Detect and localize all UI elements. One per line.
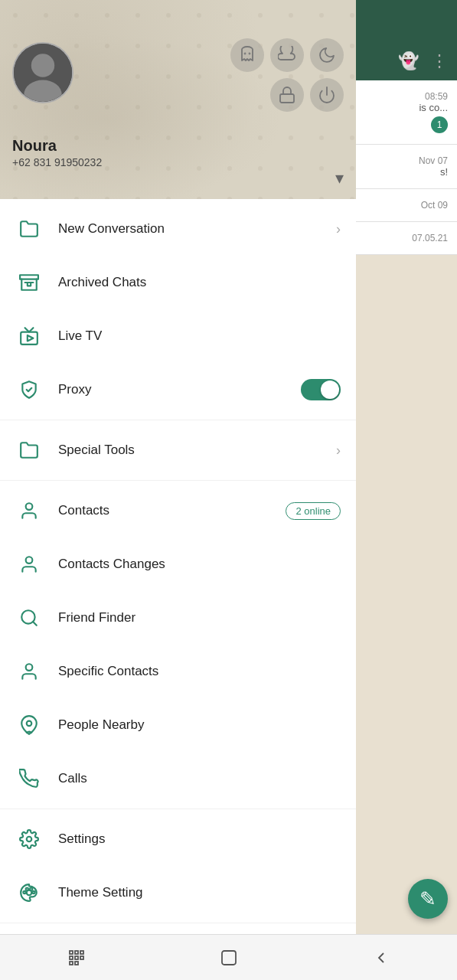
svg-point-3 xyxy=(31,54,54,77)
svg-point-9 xyxy=(26,503,33,510)
lock-button[interactable] xyxy=(270,78,304,112)
ghost-button[interactable] xyxy=(230,38,264,72)
chat-msg-1: is co... xyxy=(419,102,448,113)
home-icon xyxy=(220,949,238,967)
chat-item-1[interactable]: 08:59 is co... 1 xyxy=(356,80,457,145)
ghost-icon xyxy=(238,46,256,64)
sidebar-item-specific-contacts[interactable]: Specific Contacts xyxy=(0,645,356,698)
moon-button[interactable] xyxy=(310,38,344,72)
svg-rect-24 xyxy=(70,956,73,959)
sidebar-item-contacts-changes[interactable]: Contacts Changes xyxy=(0,537,356,591)
toggle-knob xyxy=(321,381,339,399)
user-phone: +62 831 91950232 xyxy=(12,156,102,168)
svg-point-14 xyxy=(27,721,32,727)
cloud-button[interactable] xyxy=(270,38,304,72)
chat-time-1: 08:59 xyxy=(419,91,448,102)
svg-rect-0 xyxy=(280,94,294,103)
new-conversation-label: New Conversation xyxy=(58,221,336,237)
svg-point-18 xyxy=(26,888,28,890)
avatar-image xyxy=(14,44,72,102)
user-info: Noura +62 831 91950232 xyxy=(12,137,102,168)
navigation-bar xyxy=(0,934,457,980)
svg-rect-5 xyxy=(20,275,38,279)
moon-icon xyxy=(318,46,336,64)
back-button[interactable] xyxy=(362,939,400,977)
avatar xyxy=(12,42,73,103)
sidebar-item-settings[interactable]: Settings xyxy=(0,812,356,866)
lock-icon xyxy=(278,86,296,104)
people-nearby-icon xyxy=(15,715,43,735)
sidebar-item-contacts[interactable]: Contacts 2 online xyxy=(0,484,356,537)
sidebar-item-people-nearby[interactable]: People Nearby xyxy=(0,698,356,752)
svg-rect-25 xyxy=(75,956,78,959)
settings-icon xyxy=(15,829,43,849)
svg-rect-29 xyxy=(222,951,236,965)
settings-label: Settings xyxy=(58,831,341,847)
home-button[interactable] xyxy=(210,939,248,977)
power-button[interactable] xyxy=(310,78,344,112)
svg-rect-7 xyxy=(21,332,38,345)
more-icon[interactable]: ⋮ xyxy=(431,51,448,71)
new-conversation-chevron-icon: › xyxy=(336,221,341,237)
menu-section-2: Special Tools › xyxy=(0,420,356,481)
specific-contacts-icon xyxy=(15,662,43,681)
sidebar-item-special-tools[interactable]: Special Tools › xyxy=(0,423,356,477)
contacts-changes-icon xyxy=(15,554,43,574)
svg-marker-8 xyxy=(28,335,34,341)
svg-rect-26 xyxy=(80,956,83,959)
calls-icon xyxy=(15,769,43,789)
contacts-label: Contacts xyxy=(58,503,286,518)
sidebar-item-theme-setting[interactable]: Theme Setting xyxy=(0,866,356,920)
chevron-down-icon[interactable]: ▾ xyxy=(335,168,344,188)
proxy-label: Proxy xyxy=(58,382,301,397)
chat-time-4: 07.05.21 xyxy=(412,233,448,243)
chat-header: 👻 ⋮ xyxy=(356,0,457,80)
unread-badge: 1 xyxy=(431,116,448,133)
archived-chats-label: Archived Chats xyxy=(58,275,341,290)
sidebar-item-new-conversation[interactable]: New Conversation › xyxy=(0,202,356,256)
back-icon xyxy=(372,949,390,967)
svg-point-10 xyxy=(26,557,33,564)
chat-list: 08:59 is co... 1 Nov 07 s! Oct 09 07.05.… xyxy=(356,80,457,980)
friend-finder-label: Friend Finder xyxy=(58,610,341,626)
recents-icon xyxy=(67,949,86,967)
sidebar-item-archived-chats[interactable]: Archived Chats xyxy=(0,256,356,309)
chat-item-3[interactable]: Oct 09 xyxy=(356,189,457,222)
chat-header-icons: 👻 ⋮ xyxy=(398,51,448,71)
proxy-toggle[interactable] xyxy=(301,379,341,400)
svg-point-20 xyxy=(32,891,34,893)
svg-point-13 xyxy=(26,664,33,671)
chat-item-2[interactable]: Nov 07 s! xyxy=(356,145,457,189)
calls-label: Calls xyxy=(58,771,341,786)
fab-icon: ✎ xyxy=(419,889,436,909)
svg-rect-28 xyxy=(75,962,78,965)
avatar-placeholder xyxy=(14,42,72,103)
svg-rect-22 xyxy=(75,951,78,954)
chat-time-3: Oct 09 xyxy=(421,200,448,211)
theme-setting-icon xyxy=(15,883,43,903)
sidebar-item-calls[interactable]: Calls xyxy=(0,752,356,805)
folder-icon xyxy=(15,219,43,239)
menu-section-3: Contacts 2 online Contacts Changes Frien… xyxy=(0,481,356,809)
ghost-icon[interactable]: 👻 xyxy=(398,51,419,71)
sidebar-item-live-tv[interactable]: Live TV xyxy=(0,309,356,363)
sidebar-item-proxy[interactable]: Proxy xyxy=(0,363,356,416)
contacts-changes-label: Contacts Changes xyxy=(58,557,341,572)
menu-section-1: New Conversation › Archived Chats Live T… xyxy=(0,199,356,420)
svg-point-17 xyxy=(23,891,25,893)
live-tv-icon xyxy=(15,326,43,346)
recents-button[interactable] xyxy=(57,939,96,977)
power-icon xyxy=(318,86,336,104)
fab-button[interactable]: ✎ xyxy=(408,879,448,919)
chat-item-4[interactable]: 07.05.21 xyxy=(356,222,457,255)
people-nearby-label: People Nearby xyxy=(58,717,341,733)
contacts-icon xyxy=(15,501,43,521)
svg-point-15 xyxy=(27,837,32,842)
menu-list: New Conversation › Archived Chats Live T… xyxy=(0,199,356,980)
proxy-icon xyxy=(15,380,43,400)
sidebar-header: Noura +62 831 91950232 ▾ xyxy=(0,0,356,199)
menu-section-4: Settings Theme Setting xyxy=(0,809,356,923)
sidebar-item-friend-finder[interactable]: Friend Finder xyxy=(0,591,356,645)
svg-line-12 xyxy=(33,622,37,626)
special-tools-chevron-icon: › xyxy=(336,443,341,459)
